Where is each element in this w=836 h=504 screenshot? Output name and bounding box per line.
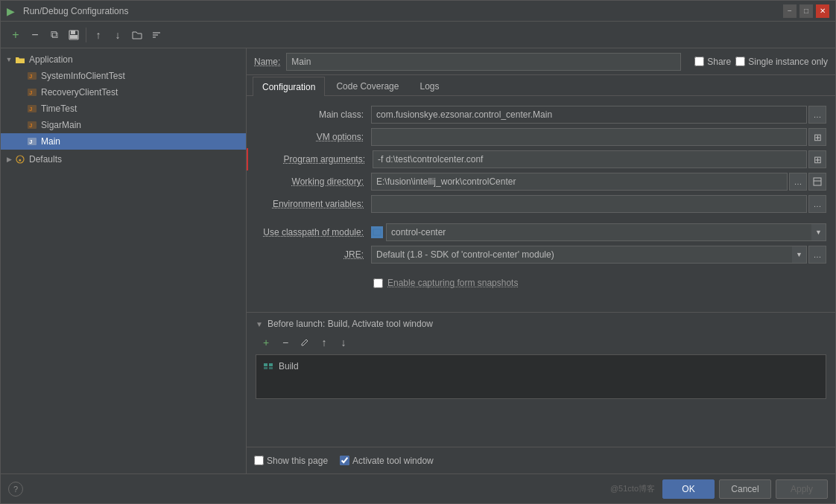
sort-button[interactable] xyxy=(148,26,165,44)
build-item-label: Build xyxy=(279,361,299,371)
app-icon: ▶ xyxy=(7,5,19,17)
env-vars-label: Environment variables: xyxy=(256,199,371,209)
working-dir-expand-button[interactable] xyxy=(808,173,826,191)
program-args-expand-button[interactable]: ⊞ xyxy=(808,150,826,168)
add-config-button[interactable]: + xyxy=(7,26,25,44)
tree-item-sigarmain[interactable]: ▶ J SigarMain xyxy=(1,117,246,133)
java-icon-sigarmain: J xyxy=(26,119,38,131)
share-area: Share Single instance only xyxy=(694,57,828,67)
before-launch-move-up-button[interactable]: ↑ xyxy=(315,334,333,351)
main-toolbar: + − ⧉ ↑ ↓ xyxy=(1,22,835,48)
cancel-button[interactable]: Cancel xyxy=(719,479,771,499)
single-instance-label: Single instance only xyxy=(748,57,828,67)
name-input[interactable] xyxy=(286,53,681,71)
close-button[interactable]: ✕ xyxy=(816,4,829,18)
remove-config-button[interactable]: − xyxy=(26,26,44,44)
program-args-input[interactable] xyxy=(373,150,807,168)
tree-item-main[interactable]: ▶ J Main xyxy=(1,133,246,150)
before-launch-header: ▼ Before launch: Build, Activate tool wi… xyxy=(256,319,826,329)
show-page-label: Show this page xyxy=(267,456,328,466)
defaults-icon: ● xyxy=(14,153,26,165)
svg-text:J: J xyxy=(29,138,32,145)
tree-item-sigarmain-label: SigarMain xyxy=(41,120,81,130)
main-class-label: Main class: xyxy=(256,109,371,120)
jre-label: JRE: xyxy=(256,249,371,260)
env-vars-input[interactable] xyxy=(371,195,807,213)
classpath-dropdown-arrow[interactable]: ▼ xyxy=(811,223,826,241)
tabs-bar: Configuration Code Coverage Logs xyxy=(247,75,835,96)
tree-item-application[interactable]: ▼ Application xyxy=(1,51,246,68)
bottom-bar: Show this page Activate tool window xyxy=(247,447,835,473)
working-dir-row: Working directory: … xyxy=(247,170,835,193)
tree-item-recovery[interactable]: ▶ J RecoveryClientTest xyxy=(1,84,246,101)
tab-logs[interactable]: Logs xyxy=(410,76,449,95)
activate-tool-checkbox[interactable] xyxy=(340,456,349,465)
java-icon-timetest: J xyxy=(26,103,38,115)
minimize-button[interactable]: − xyxy=(783,4,797,18)
dialog-buttons-bar: ? @51cto博客 OK Cancel Apply xyxy=(1,473,835,503)
save-config-button[interactable] xyxy=(65,26,83,44)
tree-item-defaults[interactable]: ▶ ● Defaults xyxy=(1,151,246,168)
java-icon-systeminfo: J xyxy=(26,70,38,82)
before-launch-move-down-button[interactable]: ↓ xyxy=(335,334,352,351)
show-page-container: Show this page xyxy=(254,456,328,466)
svg-rect-21 xyxy=(264,363,267,366)
jre-row: JRE: Default (1.8 - SDK of 'control-cent… xyxy=(247,243,835,266)
jre-browse-button[interactable]: … xyxy=(808,246,826,264)
working-dir-input[interactable] xyxy=(371,173,788,191)
tree-arrow-defaults: ▶ xyxy=(4,154,14,165)
snapshots-checkbox[interactable] xyxy=(373,278,383,288)
tab-code-coverage[interactable]: Code Coverage xyxy=(326,76,408,95)
share-checkbox-container: Share xyxy=(694,57,731,67)
svg-text:J: J xyxy=(29,122,32,129)
tree-item-main-label: Main xyxy=(41,136,60,147)
maximize-button[interactable]: □ xyxy=(799,4,813,18)
show-page-checkbox[interactable] xyxy=(254,456,264,465)
ok-button[interactable]: OK xyxy=(662,479,715,499)
vm-options-input[interactable] xyxy=(371,128,807,146)
move-up-button[interactable]: ↑ xyxy=(89,26,107,44)
move-down-button[interactable]: ↓ xyxy=(109,26,127,44)
svg-rect-23 xyxy=(264,367,267,369)
svg-text:J: J xyxy=(29,73,32,80)
before-launch-remove-button[interactable]: − xyxy=(276,334,294,351)
before-launch-edit-button[interactable] xyxy=(296,334,314,351)
share-checkbox[interactable] xyxy=(694,57,704,66)
run-debug-dialog: ▶ Run/Debug Configurations − □ ✕ + − ⧉ ↑… xyxy=(0,0,836,504)
svg-text:●: ● xyxy=(19,157,22,162)
vm-options-expand-button[interactable]: ⊞ xyxy=(808,128,826,146)
jre-select[interactable]: Default (1.8 - SDK of 'control-center' m… xyxy=(371,246,792,264)
before-launch-label: Before launch: Build, Activate tool wind… xyxy=(267,319,433,329)
help-button[interactable]: ? xyxy=(8,482,23,497)
move-to-folder-button[interactable] xyxy=(128,26,146,44)
before-launch-add-button[interactable]: + xyxy=(257,334,275,351)
main-class-browse-button[interactable]: … xyxy=(808,106,826,124)
tree-item-timetest[interactable]: ▶ J TimeTest xyxy=(1,101,246,117)
before-launch-collapse[interactable]: ▼ xyxy=(256,320,263,328)
snapshots-label: Enable capturing form snapshots xyxy=(387,278,518,288)
classpath-row: Use classpath of module: control-center … xyxy=(247,221,835,243)
copy-config-button[interactable]: ⧉ xyxy=(45,26,63,44)
working-dir-label: Working directory: xyxy=(256,176,371,187)
svg-rect-24 xyxy=(269,367,273,369)
classpath-select[interactable]: control-center xyxy=(386,223,811,241)
tree-item-systeminfo[interactable]: ▶ J SystemInfoClientTest xyxy=(1,68,246,84)
main-class-input[interactable] xyxy=(371,106,807,124)
svg-rect-22 xyxy=(269,363,273,366)
tree-item-timetest-label: TimeTest xyxy=(41,103,77,114)
activate-tool-label: Activate tool window xyxy=(352,456,434,466)
svg-rect-1 xyxy=(71,31,75,34)
jre-dropdown-arrow[interactable]: ▼ xyxy=(792,246,807,264)
single-instance-checkbox[interactable] xyxy=(735,57,745,66)
single-instance-checkbox-container: Single instance only xyxy=(735,57,828,67)
share-label: Share xyxy=(707,57,731,67)
apply-button[interactable]: Apply xyxy=(776,479,828,499)
working-dir-browse-button[interactable]: … xyxy=(789,173,807,191)
tab-configuration[interactable]: Configuration xyxy=(253,77,325,96)
svg-text:J: J xyxy=(29,89,32,96)
env-vars-browse-button[interactable]: … xyxy=(808,195,826,213)
title-bar-text: Run/Debug Configurations xyxy=(23,6,783,16)
section-divider xyxy=(247,312,835,313)
tree-item-application-label: Application xyxy=(29,54,73,65)
title-bar: ▶ Run/Debug Configurations − □ ✕ xyxy=(1,1,835,22)
